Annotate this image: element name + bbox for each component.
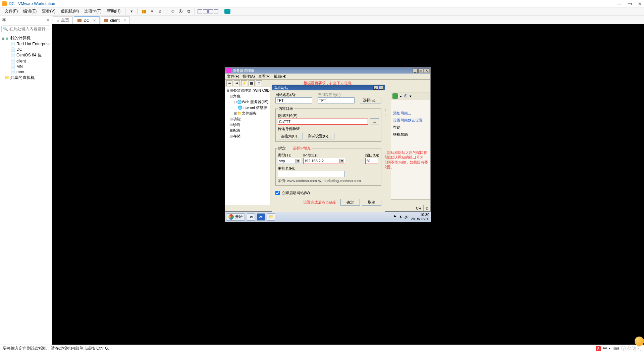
tree-item-centos[interactable]: 📄CentOS 64 位 (1, 52, 51, 58)
tree-item-mn[interactable]: 📄MN (1, 64, 51, 69)
back-icon[interactable]: ⬅ (226, 80, 232, 86)
library-close-icon[interactable]: ✕ (46, 17, 50, 22)
maximize-button[interactable]: ▭ (628, 1, 632, 6)
taskbar-server-manager-icon[interactable]: 🖥 (247, 213, 255, 221)
dialog-help-button[interactable]: ? (373, 86, 378, 90)
tab-dc[interactable]: DC✕ (74, 16, 99, 24)
tree-shared[interactable]: 📁共享的虚拟机 (1, 75, 51, 81)
tree-diagnostics[interactable]: ⊞诊断 (226, 122, 269, 128)
tree-item-client[interactable]: 📄client (1, 58, 51, 64)
tray-sound-icon[interactable]: 🔊 (404, 215, 409, 219)
tab-client[interactable]: client✕ (101, 16, 130, 24)
tab-home[interactable]: ⌂主页 (53, 16, 73, 24)
ime-badge[interactable]: S (596, 346, 601, 351)
fullscreen-icon[interactable] (224, 9, 230, 14)
refresh-icon[interactable]: ⚡ (241, 80, 247, 86)
send-keys-icon[interactable]: ⎚ (157, 8, 163, 14)
hostname-input[interactable] (278, 171, 345, 177)
tree-roles[interactable]: ⊟角色 (226, 93, 269, 99)
help-toolbar-icon[interactable]: ? (256, 80, 262, 86)
menu-file[interactable]: 文件(F) (2, 8, 20, 14)
guest-minimize-button[interactable]: _ (413, 69, 418, 73)
connect-as-button[interactable]: 连接为(C)... (278, 133, 303, 139)
cancel-button[interactable]: 取消 (362, 199, 381, 206)
view-mode-4-icon[interactable] (214, 9, 218, 13)
nav-action-icon[interactable]: ▸ (400, 94, 402, 98)
tree-item-mnv[interactable]: 📄mnv (1, 69, 51, 75)
menu-tabs[interactable]: 选项卡(T) (82, 8, 104, 14)
menu-vm[interactable]: 虚拟机(M) (58, 8, 82, 14)
view-mode-2-icon[interactable] (203, 9, 208, 13)
ime-extra-icon[interactable]: ⎚ (424, 205, 430, 211)
pause-icon[interactable]: ▮▮ (141, 8, 147, 14)
refresh-action-icon[interactable] (392, 93, 398, 99)
tree-item-dc[interactable]: 📄DC (1, 47, 51, 52)
dialog-titlebar[interactable]: 添加网站 ? ✕ (272, 85, 385, 90)
menu-view[interactable]: 查看(V) (39, 8, 58, 14)
type-combo[interactable]: http▾ (278, 158, 301, 164)
ime-indicator[interactable]: CH (414, 205, 424, 211)
window-title: DC - VMware Workstation (9, 1, 617, 6)
add-website-dialog: 添加网站 ? ✕ 网站名称(S): 应用程序池(L): (272, 85, 385, 212)
guest-close-button[interactable]: ✕ (424, 69, 429, 73)
minimize-button[interactable]: — (617, 1, 622, 6)
ime-punct-icon[interactable]: •, (609, 346, 612, 351)
help-action-icon[interactable]: ⦿ (404, 94, 408, 98)
start-button[interactable]: 开始 (226, 213, 245, 221)
server-manager-titlebar[interactable]: 服务器管理器 _ ▭ ✕ (225, 68, 430, 74)
online-help-link[interactable]: 联机帮助 (391, 131, 430, 138)
add-site-link[interactable]: 添加网站... (391, 110, 430, 117)
ok-button[interactable]: 确定 (340, 199, 360, 206)
snapshot-icon[interactable]: ⟲ (169, 8, 175, 14)
ime-cn[interactable]: 中 (603, 346, 607, 351)
home-toolbar-icon[interactable]: ▦ (249, 80, 255, 86)
taskbar-powershell-icon[interactable]: ≫ (257, 213, 265, 221)
guest-maximize-button[interactable]: ▭ (418, 69, 423, 73)
browse-path-button[interactable]: ... (370, 118, 379, 125)
tree-role-file[interactable]: ⊞📁 文件服务 (226, 111, 269, 116)
dialog-close-button[interactable]: ✕ (379, 86, 383, 90)
guest-menu-action[interactable]: 操作(A) (243, 74, 255, 79)
tab-close-icon[interactable]: ✕ (93, 18, 96, 23)
ip-combo[interactable]: 192.168.2.2▾ (303, 158, 345, 164)
tree-root-node[interactable]: 🖥 服务器管理器 (WIN-C8DD59 (226, 88, 269, 93)
tree-role-iis-info[interactable]: 🌐 Internet 信息服 (226, 105, 269, 111)
ime-keyboard-icon[interactable]: ⌨ (613, 346, 619, 351)
view-mode-3-icon[interactable] (208, 9, 213, 13)
tab-close-icon[interactable]: ✕ (123, 18, 126, 23)
guest-menu-file[interactable]: 文件(F) (227, 74, 239, 79)
tree-storage[interactable]: ⊞存储 (226, 133, 269, 139)
port-input[interactable] (365, 158, 378, 164)
app-pool-input[interactable] (318, 97, 355, 103)
tree-role-iis[interactable]: ⊟🌐 Web 服务器(IIS) (226, 99, 269, 105)
guest-menu-view[interactable]: 查看(V) (258, 74, 271, 79)
menu-edit[interactable]: 编辑(E) (20, 8, 39, 14)
snapshot-manager-icon[interactable]: ⧉ (185, 8, 192, 14)
help-link[interactable]: 帮助 (391, 124, 430, 131)
taskbar-explorer-icon[interactable]: 📁 (267, 213, 275, 221)
tree-item-rhel[interactable]: 📄Red Hat Enterprise L (1, 41, 51, 47)
phys-path-input[interactable] (278, 119, 368, 125)
tree-features[interactable]: ⊞功能 (226, 116, 269, 122)
tree-config[interactable]: ⊞配置 (226, 128, 269, 133)
site-name-input[interactable] (275, 97, 312, 103)
dropdown-icon[interactable]: ▾ (128, 8, 135, 14)
set-defaults-link[interactable]: 设置网站默认设置... (391, 117, 430, 124)
menu-help[interactable]: 帮助(H) (104, 8, 123, 14)
tray-network-icon[interactable]: 🖧 (398, 215, 402, 219)
forward-icon[interactable]: ➡ (234, 80, 240, 86)
tray-flag-icon[interactable]: ⚑ (393, 215, 396, 219)
test-settings-button[interactable]: 测试设置(G)... (305, 133, 334, 139)
guest-menu-help[interactable]: 帮助(H) (274, 74, 286, 79)
close-button[interactable]: ✕ (638, 1, 642, 6)
taskbar-clock[interactable]: 10:30 2018/12/26 (411, 213, 429, 221)
view-mode-1-icon[interactable] (198, 9, 202, 13)
select-pool-button[interactable]: 选择(E)... (360, 97, 381, 103)
power-dropdown-icon[interactable]: ▾ (149, 8, 155, 14)
tree-root[interactable]: ⊟🖥我的计算机 (1, 35, 51, 41)
library-search[interactable]: 🔍 ▾ (1, 26, 50, 32)
snapshot-revert-icon[interactable]: ⦿ (177, 8, 183, 14)
vm-viewport[interactable]: 服务器管理器 _ ▭ ✕ 文件(F) 操作(A) 查看(V) 帮助(H) ⬅ ➡ (52, 24, 644, 345)
chevron-action-icon[interactable]: ▾ (410, 94, 412, 98)
start-immediately-checkbox[interactable] (275, 191, 280, 195)
